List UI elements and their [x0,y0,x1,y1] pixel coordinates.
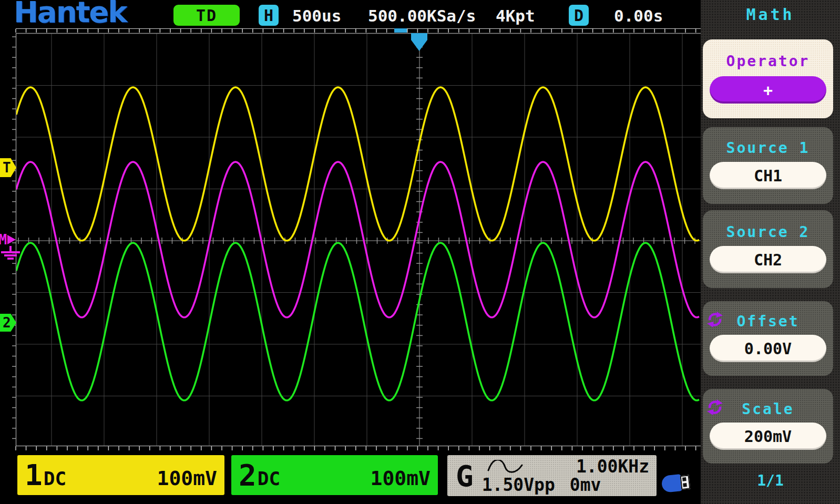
ruler-window-position-indicator [394,28,407,33]
waveform-ch1 [16,87,699,241]
math-marker-arrow-icon [7,235,16,244]
math-position-marker[interactable]: M [0,233,25,263]
waveform-ch2 [16,243,699,400]
trigger-level-marker-label: T [3,160,11,176]
channel2-marker-label: 2 [3,315,11,331]
math-marker-label: M [0,233,7,246]
oscilloscope-screen: Hantek TD H 500us 500.00KSa/s 4Kpt D 0.0… [0,0,840,504]
graticule-canvas [0,0,840,504]
ground-symbol-icon [0,246,25,262]
